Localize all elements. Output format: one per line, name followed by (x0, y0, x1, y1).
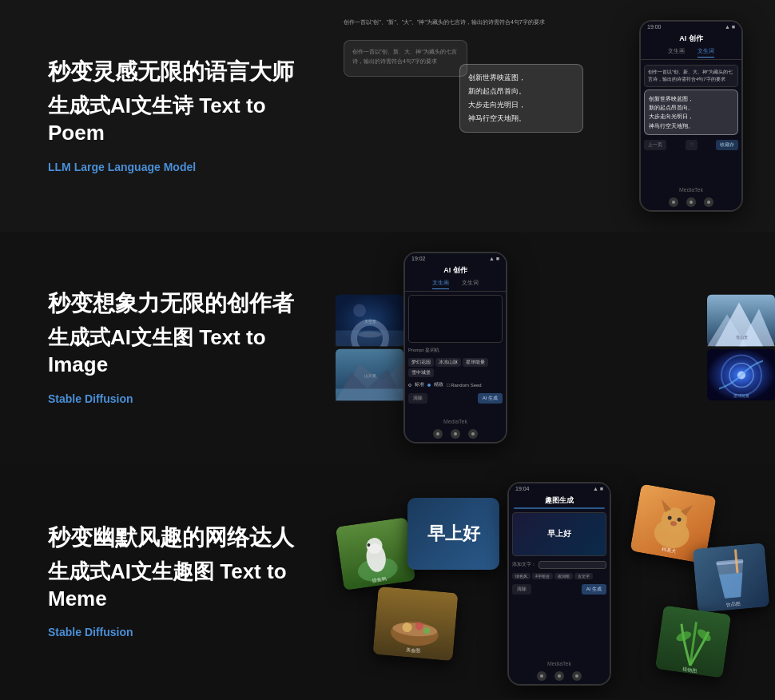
image-section: 秒变想象力无限的创作者 生成式AI文生图 Text to Image Stabl… (0, 232, 775, 463)
meme-add-text-label: 添加文字： (512, 561, 536, 568)
meme-clear-btn[interactable]: 清除 (512, 584, 531, 595)
image-phone-tabs: 文生画 文生词 (405, 277, 506, 292)
image-phone-nav (405, 426, 506, 442)
poem-phone-nav (641, 194, 741, 210)
svg-point-4 (358, 332, 382, 338)
poem-phone-title: AI 创作 (641, 32, 741, 46)
meme-generate-btn[interactable]: AI 生成 (582, 584, 606, 595)
meme-heading2: 生成式AI文生趣图 Text to Meme (48, 559, 304, 613)
meme-buttons: 清除 AI 生成 (512, 584, 606, 595)
svg-text:天空景: 天空景 (364, 319, 376, 324)
meme-card-duck: 捞鱼鸭 (336, 517, 415, 591)
poem-heading1: 秒变灵感无限的语言大师 (48, 58, 304, 86)
meme-chip-4char[interactable]: 4字组合 (532, 573, 553, 579)
poem-phone: 19:00 ▲ ■ AI 创作 文生画 文生词 创作一首以"创、新、大、神"为藏… (639, 20, 743, 212)
chip-frozen-mountain[interactable]: 冰冻山脉 (435, 358, 461, 367)
poem-phone-output: 创新世界映蓝图， 新的起点昂首向。 大步走向光明日， 神马行空天地翔。 (644, 89, 738, 135)
meme-morning-card: 早上好 (407, 498, 499, 570)
meme-phone: 19:04 ▲ ■ 趣图生成 早上好 添加文字： 绿色风 4字组合 祝词组 古 (507, 482, 611, 686)
meme-card-drink: 饮品图 (693, 543, 770, 613)
poem-phone-status: 19:00 ▲ ■ (641, 22, 741, 32)
svg-text:饮品图: 饮品图 (725, 601, 741, 607)
svg-point-2 (353, 304, 366, 317)
image-phone-status: 19:02 ▲ ■ (405, 253, 506, 264)
poem-save-btn[interactable]: 收藏存 (716, 140, 738, 150)
poem-visual: 创作一首以"创"、"新"、"大"、"神"为藏头的七言诗，输出的诗需符合4句7字的… (336, 0, 759, 232)
svg-text:山川景: 山川景 (364, 373, 376, 378)
meme-heading1: 秒变幽默风趣的网络达人 (48, 523, 304, 552)
meme-chip-ancient[interactable]: 古文字 (574, 573, 593, 579)
option-fine-dot (427, 384, 431, 387)
poem-phone-input: 创作一首以"创、新、大、神"为藏头的七言诗，输出的诗需符合4句7字的要求 (644, 65, 738, 87)
chip-planet-energy[interactable]: 星球能量 (463, 358, 488, 367)
svg-rect-9 (336, 389, 403, 401)
poem-tab-draw[interactable]: 文生画 (668, 47, 685, 58)
poem-section: 秒变灵感无限的语言大师 生成式AI文生诗 Text to Poem LLM La… (0, 0, 775, 232)
mountain-stream-image: 山川景 (336, 349, 403, 401)
image-heading2: 生成式AI文生图 Text to Image (48, 324, 304, 379)
poem-phone-content: 创作一首以"创、新、大、神"为藏头的七言诗，输出的诗需符合4句7字的要求 创新世… (641, 60, 741, 185)
image-tag: Stable Diffusion (48, 392, 133, 405)
meme-section: 秒变幽默风趣的网络达人 生成式AI文生趣图 Text to Meme Stabl… (0, 463, 775, 699)
meme-phone-title: 趣图生成 (509, 494, 610, 507)
meme-phone-status: 19:04 ▲ ■ (509, 483, 610, 494)
meme-tag: Stable Diffusion (48, 626, 133, 638)
svg-text:星球能量: 星球能量 (733, 393, 749, 398)
sky-planet-image: 天空景 (336, 295, 403, 347)
snowy-mountain-image: 雪山景 (707, 295, 775, 347)
poem-phone-tabs: 文生画 文生词 (641, 46, 741, 60)
option-standard-label: 标准 (415, 381, 424, 388)
image-heading1: 秒变想象力无限的创作者 (48, 289, 304, 318)
svg-text:雪山景: 雪山景 (736, 335, 748, 340)
chip-dream-garden[interactable]: 梦幻花园 (408, 358, 434, 367)
image-visual: 天空景 山川景 19:02 (336, 232, 775, 463)
image-right-strip: 雪山景 星球能量 (707, 295, 775, 401)
image-phone-content: Prompt 提词机 梦幻花园 冰冻山脉 星球能量 雪中城堡 标准 精致 □ R… (405, 292, 506, 417)
poem-output-bubble: 创新世界映蓝图， 新的起点昂首向。 大步走向光明日， 神马行空天地翔。 (459, 64, 583, 133)
image-text-area: 秒变想象力无限的创作者 生成式AI文生图 Text to Image Stabl… (0, 257, 336, 438)
chip-snowy-castle[interactable]: 雪中城堡 (408, 368, 434, 377)
meme-chip-row: 绿色风 4字组合 祝词组 古文字 (512, 573, 606, 579)
image-prompt-chips: 梦幻花园 冰冻山脉 星球能量 雪中城堡 (408, 358, 503, 377)
meme-chip-blessing[interactable]: 祝词组 (554, 573, 573, 579)
image-prompt-label: Prompt 提词机 (408, 347, 503, 354)
option-standard-dot (408, 384, 411, 387)
meme-phone-canvas: 早上好 (512, 512, 606, 556)
meme-chip-green[interactable]: 绿色风 (512, 573, 531, 579)
image-phone: 19:02 ▲ ■ AI 创作 文生画 文生词 Prompt 提词机 梦幻花园 … (403, 252, 507, 443)
poem-tab-poem[interactable]: 文生词 (698, 47, 714, 58)
meme-text-area: 秒变幽默风趣的网络达人 生成式AI文生趣图 Text to Meme Stabl… (0, 491, 336, 672)
image-generate-btn[interactable]: AI 生成 (478, 393, 503, 404)
meme-input-row: 添加文字： (512, 561, 606, 569)
meme-phone-nav (509, 668, 610, 684)
image-tab-poem[interactable]: 文生词 (462, 279, 479, 289)
poem-input-description: 创作一首以"创"、"新"、"大"、"神"为藏头的七言诗，输出的诗需符合4句7字的… (344, 18, 575, 26)
meme-phone-footer: MediaTek (509, 659, 610, 668)
poem-input-bubble: 创作一首以"创、新、大、神"为藏头的七言诗，输出的诗需符合4句7字的要求 (344, 40, 467, 77)
image-phone-canvas (408, 295, 503, 343)
meme-card-food: 美食图 (372, 586, 458, 660)
image-options: 标准 精致 □ Random Seed (408, 381, 503, 388)
image-phone-title: AI 创作 (405, 264, 506, 277)
poem-like-btn[interactable]: ♡ (686, 140, 698, 150)
meme-visual: 捞鱼鸭 美食图 (336, 466, 775, 698)
image-gen-buttons: 清除 AI 生成 (408, 393, 503, 404)
meme-text-input[interactable] (539, 561, 606, 569)
galaxy-spiral-image: 星球能量 (707, 349, 775, 401)
poem-tag: LLM Large Language Model (48, 161, 196, 173)
image-clear-btn[interactable]: 清除 (408, 393, 427, 404)
meme-phone-content: 早上好 添加文字： 绿色风 4字组合 祝词组 古文字 清除 AI 生成 (509, 509, 610, 659)
image-left-strip: 天空景 山川景 (336, 295, 403, 401)
meme-card-plant: 植物图 (655, 605, 731, 678)
poem-phone-footer: MediaTek (641, 185, 741, 194)
poem-prev-btn[interactable]: 上一页 (644, 140, 666, 150)
poem-text-area: 秒变灵感无限的语言大师 生成式AI文生诗 Text to Poem LLM La… (0, 26, 336, 206)
option-seed-label: □ Random Seed (447, 383, 482, 388)
poem-heading2: 生成式AI文生诗 Text to Poem (48, 93, 304, 147)
image-phone-footer: MediaTek (405, 417, 506, 426)
option-fine-label: 精致 (434, 381, 443, 388)
poem-phone-buttons: 上一页 ♡ 收藏存 (644, 140, 738, 150)
image-tab-draw[interactable]: 文生画 (432, 279, 449, 289)
